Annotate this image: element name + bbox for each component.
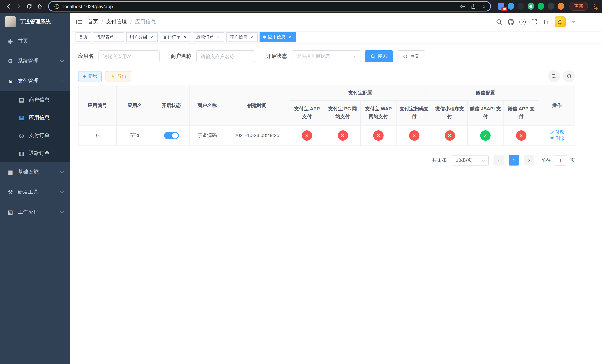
sidebar-item-payment[interactable]: ¥ 支付管理 <box>0 71 70 91</box>
col-alipay-qr: 支付宝扫码支付 <box>396 101 432 125</box>
help-icon[interactable]: ? <box>520 19 526 25</box>
extension-badge: 10 <box>501 7 507 11</box>
toggle-search-button[interactable] <box>548 70 560 82</box>
col-created: 创建时间 <box>225 86 289 125</box>
wechat-mini-status-icon: × <box>444 130 455 140</box>
sidebar-item-refund-order[interactable]: ▥ 退款订单 <box>0 144 70 162</box>
plus-icon: + <box>83 74 86 79</box>
col-actions: 操作 <box>539 86 575 125</box>
wechat-app-status-icon: × <box>516 130 526 140</box>
browser-update-button[interactable]: 更新 <box>570 2 588 11</box>
browser-extensions: 10 <box>495 3 567 10</box>
goto-label: 前往 <box>541 157 551 164</box>
alipay-pc-status-icon: × <box>337 130 348 140</box>
sidebar-item-infrastructure[interactable]: ▣ 基础设施 <box>0 162 70 182</box>
status-select[interactable]: 请选择开启状态 <box>292 50 361 62</box>
browser-address-bar[interactable]: localhost:1024/pay/app ☆ <box>48 1 491 11</box>
browser-back-icon[interactable] <box>4 1 13 11</box>
close-tab-icon[interactable]: × <box>249 34 254 40</box>
close-tab-icon[interactable]: × <box>149 34 154 40</box>
search-icon[interactable] <box>496 19 502 25</box>
prev-page-button[interactable]: ‹ <box>494 155 504 166</box>
sidebar-item-devtools[interactable]: ⚒ 研发工具 <box>0 182 70 202</box>
extension-icon[interactable] <box>558 3 564 10</box>
breadcrumb-payment[interactable]: 支付管理 <box>106 19 127 25</box>
password-key-icon[interactable] <box>458 2 466 10</box>
sidebar-item-merchant-info[interactable]: ▤ 商户信息 <box>0 91 70 109</box>
tab-process-form[interactable]: 流程表单 × <box>93 32 124 42</box>
close-tab-icon[interactable]: × <box>116 34 121 40</box>
alipay-qr-status-icon: × <box>409 130 419 140</box>
reset-button[interactable]: 重置 <box>397 50 425 62</box>
chevron-up-icon <box>60 80 64 84</box>
url-text[interactable]: localhost:1024/pay/app <box>63 3 456 9</box>
breadcrumb-current: 应用信息 <box>135 19 156 25</box>
share-icon[interactable] <box>469 2 477 10</box>
chevron-down-icon <box>60 170 64 173</box>
sidebar-item-system[interactable]: ⚙ 系统管理 <box>0 51 70 71</box>
sidebar-toggle-icon[interactable] <box>76 19 82 25</box>
font-size-icon[interactable]: TT <box>543 19 549 25</box>
sidebar-payment-submenu: ▤ 商户信息 ▦ 应用信息 ◎ 支付订单 ▥ 退款订单 <box>0 91 70 162</box>
page-1-button[interactable]: 1 <box>509 155 519 166</box>
download-icon <box>110 74 115 79</box>
app-name-input[interactable] <box>98 50 160 62</box>
app-logo-bar: 芋道管理系统 <box>0 13 70 31</box>
tab-refund-order[interactable]: 退款订单 × <box>193 32 224 42</box>
trash-icon <box>550 136 554 141</box>
search-icon <box>551 74 557 79</box>
extension-icon[interactable] <box>538 3 544 10</box>
active-dot <box>263 36 266 39</box>
col-status: 开启状态 <box>153 86 189 125</box>
browser-forward-icon[interactable] <box>14 1 24 11</box>
github-icon[interactable] <box>508 19 514 25</box>
close-tab-icon[interactable]: × <box>287 34 292 40</box>
sidebar-item-payment-order[interactable]: ◎ 支付订单 <box>0 127 70 144</box>
sidebar-item-home[interactable]: ◉ 首页 <box>0 31 70 51</box>
browser-reload-icon[interactable] <box>24 1 34 11</box>
browser-menu-icon[interactable]: ⋮ <box>590 3 598 10</box>
goto-page-input[interactable] <box>554 155 567 166</box>
close-tab-icon[interactable]: × <box>216 34 221 40</box>
page-size-select[interactable]: 10条/页 <box>452 155 489 166</box>
search-button[interactable]: 搜索 <box>365 50 393 62</box>
export-button[interactable]: 导出 <box>106 71 131 81</box>
top-navbar: 首页 / 支付管理 / 应用信息 ? <box>70 13 602 31</box>
browser-home-icon[interactable] <box>35 1 44 11</box>
add-button[interactable]: + 新增 <box>78 71 102 81</box>
tab-user-group[interactable]: 用户分组 × <box>126 32 158 42</box>
navbar-actions: ? TT ☺ <box>496 16 596 27</box>
cell-merchant: 芋道源码 <box>189 125 225 145</box>
next-page-button[interactable]: › <box>524 155 534 166</box>
merchant-name-input[interactable] <box>196 50 255 62</box>
breadcrumb-separator: / <box>101 19 103 25</box>
enable-toggle[interactable] <box>164 132 179 139</box>
bookmark-star-icon[interactable]: ☆ <box>480 2 488 10</box>
tab-merchant-info[interactable]: 商户信息 × <box>226 32 258 42</box>
breadcrumb-home[interactable]: 首页 <box>88 19 98 25</box>
app-title: 芋道管理系统 <box>20 19 51 25</box>
table-toolbar: + 新增 导出 <box>78 70 575 82</box>
dashboard-icon: ◉ <box>7 38 14 44</box>
tab-home[interactable]: 首页 <box>75 32 91 42</box>
extension-icon[interactable] <box>508 3 514 10</box>
tab-app-info[interactable]: 应用信息 × <box>259 32 296 42</box>
sidebar-item-app-info[interactable]: ▦ 应用信息 <box>0 109 70 127</box>
sidebar-item-workflow[interactable]: ▧ 工作流程 <box>0 202 70 222</box>
close-tab-icon[interactable]: × <box>183 34 188 40</box>
card-icon: ▤ <box>18 97 25 103</box>
extension-icon[interactable]: 10 <box>498 3 504 10</box>
user-avatar[interactable]: ☺ <box>555 16 566 27</box>
breadcrumb: 首页 / 支付管理 / 应用信息 <box>88 19 156 25</box>
extension-icon[interactable] <box>527 3 534 10</box>
fullscreen-icon[interactable] <box>531 19 538 25</box>
extension-icon[interactable] <box>548 3 554 10</box>
refresh-button[interactable] <box>563 70 575 82</box>
tab-payment-order[interactable]: 支付订单 × <box>160 32 191 42</box>
edit-button[interactable]: 修改 <box>550 129 564 135</box>
extension-icon[interactable] <box>517 3 524 10</box>
site-info-icon[interactable] <box>53 2 61 10</box>
dropdown-caret-icon[interactable] <box>572 21 575 23</box>
merchant-name-label: 商户名称 <box>171 53 191 60</box>
delete-button[interactable]: 删除 <box>550 135 564 142</box>
